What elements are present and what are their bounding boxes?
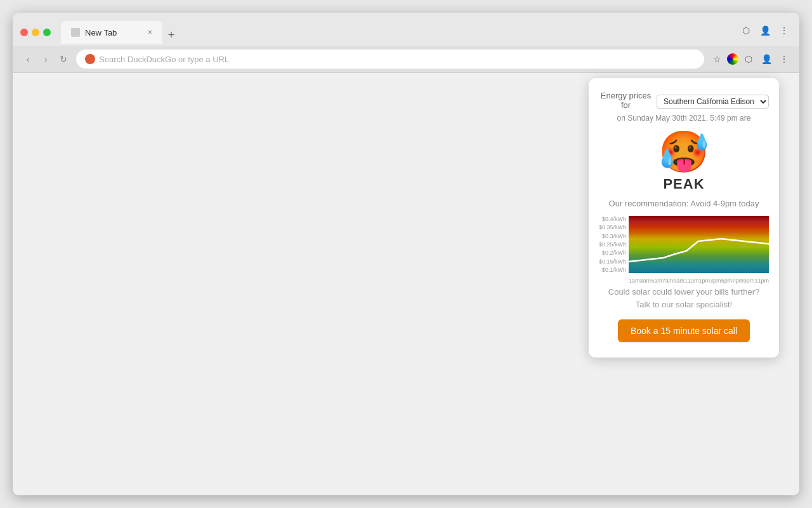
status-label: PEAK <box>663 176 704 192</box>
tab-close-button[interactable]: × <box>148 28 152 37</box>
solar-promo: Could solar could lower your bills furth… <box>608 286 759 311</box>
close-button[interactable] <box>20 29 28 36</box>
tab-bar: New Tab × + <box>61 21 733 44</box>
address-bar: ‹ › ↻ Search DuckDuckGo or type a URL ☆ … <box>13 46 799 73</box>
more-menu-icon[interactable]: ⋮ <box>776 51 792 67</box>
bookmark-icon[interactable]: ☆ <box>709 51 724 67</box>
chart-x-axis: 1am 3am 5am 7am 9am 11am 1pm 3pm 5pm 7pm… <box>629 277 769 284</box>
utility-selector[interactable]: Southern California Edison <box>657 95 769 109</box>
profile-icon[interactable]: 👤 <box>759 51 774 67</box>
url-bar[interactable]: Search DuckDuckGo or type a URL <box>76 50 704 69</box>
energy-popup-card: Energy prices for Southern California Ed… <box>589 78 779 358</box>
datetime-text: on Sunday May 30th 2021, 5:49 pm are <box>617 114 751 123</box>
active-tab[interactable]: New Tab × <box>61 21 162 44</box>
url-text: Search DuckDuckGo or type a URL <box>99 55 229 64</box>
nav-buttons: ‹ › ↻ <box>20 51 71 67</box>
minimize-button[interactable] <box>32 29 39 36</box>
energy-chart: $0.4/kWh $0.35/kWh $0.3/kWh $0.25/kWh $0… <box>599 216 769 273</box>
page-content: Energy prices for Southern California Ed… <box>13 73 799 495</box>
reload-button[interactable]: ↻ <box>56 51 71 67</box>
chart-area: 1am 3am 5am 7am 9am 11am 1pm 3pm 5pm 7pm… <box>629 216 769 273</box>
energy-prices-label: Energy prices for <box>599 91 653 110</box>
browser-window: New Tab × + ⬡ 👤 ⋮ ‹ › ↻ Search DuckDuckG… <box>13 13 799 495</box>
chart-y-axis: $0.4/kWh $0.35/kWh $0.3/kWh $0.25/kWh $0… <box>599 216 629 273</box>
tab-label: New Tab <box>85 28 117 37</box>
extensions-icon[interactable]: ⬡ <box>738 23 754 38</box>
back-button[interactable]: ‹ <box>20 51 36 67</box>
new-tab-button[interactable]: + <box>162 26 180 44</box>
color-extension-icon[interactable] <box>727 53 738 65</box>
browser-actions: ☆ ⬡ 👤 ⋮ <box>709 51 792 67</box>
title-bar: New Tab × + ⬡ 👤 ⋮ <box>13 13 799 46</box>
forward-button[interactable]: › <box>38 51 53 67</box>
user-icon[interactable]: 👤 <box>757 23 773 38</box>
solar-promo-line2: Talk to our solar specialist! <box>608 298 759 311</box>
svg-rect-0 <box>629 216 769 273</box>
recommendation-text: Our recommendation: Avoid 4-9pm today <box>609 199 759 208</box>
menu-icon[interactable]: ⋮ <box>776 23 792 38</box>
ddg-icon <box>85 54 95 64</box>
tab-favicon <box>71 28 80 37</box>
energy-chart-svg <box>629 216 769 273</box>
puzzle-icon[interactable]: ⬡ <box>741 51 756 67</box>
book-solar-call-button[interactable]: Book a 15 minute solar call <box>618 319 750 342</box>
solar-promo-line1: Could solar could lower your bills furth… <box>608 286 759 298</box>
status-emoji: 🥵 <box>658 131 709 172</box>
maximize-button[interactable] <box>43 29 51 36</box>
traffic-lights <box>20 29 51 36</box>
